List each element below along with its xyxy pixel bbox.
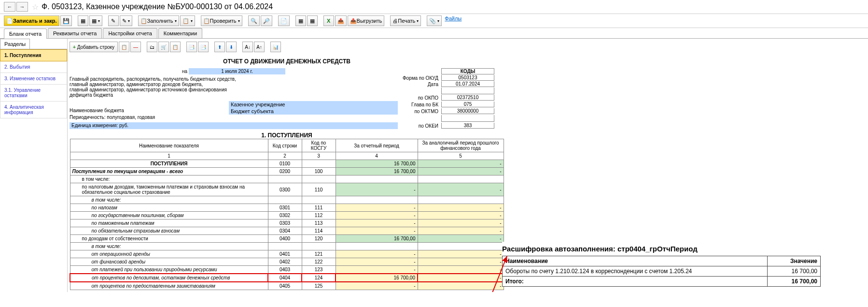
- nav-forward-button[interactable]: →: [16, 2, 28, 12]
- clear-button[interactable]: 📑: [198, 42, 209, 52]
- okpo-value: 02372510: [441, 95, 494, 101]
- edit-button[interactable]: ✎: [108, 15, 119, 26]
- report-toolbar: +Добавить строку 📋 — 🗂 🛒 📋 📑 📑 ⬆ ⬇ A↓ A↑: [70, 41, 866, 55]
- main-toolbar: 📄 Записать и закр. 💾 ▦ ▦▾ ✎ ✎▾ 📋 Заполни…: [0, 14, 868, 28]
- table-row[interactable]: в том числе:: [70, 243, 504, 250]
- tool-c-button[interactable]: ▦: [307, 15, 318, 26]
- table-row[interactable]: от финансовой аренды0402122--: [70, 258, 504, 266]
- unit-label: Единица измерения: руб.: [70, 122, 398, 129]
- report-document: ОТЧЕТ О ДВИЖЕНИИ ДЕНЕЖНЫХ СРЕДСТВ на 1 и…: [70, 58, 504, 290]
- save-close-button[interactable]: 📄 Записать и закр.: [4, 15, 59, 26]
- table-row[interactable]: от процентов по депозитам, остаткам дене…: [70, 274, 504, 282]
- fill-button[interactable]: 📋 Заполнить▾: [138, 15, 179, 26]
- favorite-icon[interactable]: ☆: [32, 2, 39, 12]
- table-row[interactable]: по доходам от собственности040012016 700…: [70, 235, 504, 243]
- cart-button[interactable]: 🛒: [158, 42, 169, 52]
- main-admin-text: Главный распорядитель, распорядитель, по…: [70, 76, 398, 98]
- popup-title: Расшифровка автозаполнения: стр0404_грОт…: [502, 245, 821, 253]
- table-row[interactable]: ПОСТУПЛЕНИЯ010016 700,00-: [70, 160, 504, 168]
- filter-button[interactable]: 🗂: [147, 42, 157, 52]
- main-tabs: Бланк отчета Реквизиты отчета Настройки …: [0, 28, 868, 39]
- institution-name: Казенное учреждение: [229, 101, 398, 108]
- tool-a-button[interactable]: 📄: [278, 15, 290, 26]
- export-2-button[interactable]: 📤: [335, 15, 347, 26]
- excel-button[interactable]: X: [323, 15, 334, 26]
- table-row[interactable]: по государственным пошлинам, сборам03021…: [70, 212, 504, 219]
- upload-button[interactable]: 📤 Выгрузить: [348, 15, 385, 26]
- title-bar: ← → ☆ Ф. 0503123, Казенное учреждение №Б…: [0, 0, 868, 14]
- oktmo-value: 38000000: [441, 108, 494, 114]
- table-row[interactable]: по таможенным платежам0303113--: [70, 219, 504, 227]
- check-button[interactable]: 📋 Проверить▾: [201, 15, 242, 26]
- glava-value: 075: [441, 102, 494, 107]
- popup-row-name: Обороты по счету 1.210.02.124 в корреспо…: [503, 266, 768, 277]
- fill-extra-button[interactable]: 📋▾: [180, 15, 195, 26]
- edit-dd-button[interactable]: ✎▾: [120, 15, 132, 26]
- table-row[interactable]: Поступления по текущим операциям - всего…: [70, 168, 504, 175]
- page-title: Ф. 0503123, Казенное учреждение №БУ00-00…: [42, 2, 273, 11]
- save-button[interactable]: 💾: [60, 15, 72, 26]
- table-row[interactable]: в том числе:: [70, 175, 504, 183]
- sort-za-button[interactable]: A↑: [254, 42, 265, 52]
- sections-panel: Разделы 1. Поступления2. Выбытия3. Измен…: [0, 39, 68, 292]
- add-row-button[interactable]: +Добавить строку: [70, 42, 118, 52]
- tool-b-button[interactable]: ▦: [295, 15, 306, 26]
- date-value: 01.07.2024: [441, 81, 494, 87]
- tab-requisites[interactable]: Реквизиты отчета: [48, 28, 102, 38]
- table-row[interactable]: по налогам0301111--: [70, 204, 504, 212]
- zoom-in-button[interactable]: 🔍: [248, 15, 260, 26]
- section-caption: 1. ПОСТУПЛЕНИЯ: [70, 132, 504, 139]
- table-row[interactable]: в том числе:: [70, 196, 504, 204]
- okei-value: 383: [441, 123, 494, 129]
- tab-blank[interactable]: Бланк отчета: [4, 29, 47, 39]
- sections-tab[interactable]: Разделы: [0, 39, 30, 49]
- report-title: ОТЧЕТ О ДВИЖЕНИИ ДЕНЕЖНЫХ СРЕДСТВ: [70, 58, 504, 65]
- popup-row-value: 16 700,00: [768, 266, 821, 277]
- budget-name: Бюджет субъекта: [229, 108, 398, 115]
- okud-value: 0503123: [441, 75, 494, 81]
- table-row[interactable]: от операционной аренды0401121--: [70, 250, 504, 258]
- pick-button[interactable]: 📑: [186, 42, 197, 52]
- list-button[interactable]: 📋: [170, 42, 181, 52]
- move-down-button[interactable]: ⬇: [226, 42, 237, 52]
- data-table[interactable]: Наименование показателя Код строки Код п…: [70, 139, 504, 290]
- tab-settings[interactable]: Настройки отчета: [103, 28, 157, 38]
- grid-dd-button[interactable]: ▦▾: [89, 15, 102, 26]
- autofill-popup: Расшифровка автозаполнения: стр0404_грОт…: [502, 242, 821, 287]
- section-item[interactable]: 2. Выбытия: [0, 61, 67, 73]
- copy-row-button[interactable]: 📋: [119, 42, 129, 52]
- zoom-out-button[interactable]: 🔎: [261, 15, 272, 26]
- move-up-button[interactable]: ⬆: [214, 42, 225, 52]
- delete-row-button[interactable]: —: [130, 42, 141, 52]
- files-link[interactable]: Файлы: [445, 15, 462, 26]
- nav-back-button[interactable]: ←: [4, 2, 15, 12]
- section-item[interactable]: 3.1. Управление остатками: [0, 85, 67, 102]
- table-row[interactable]: по налоговым доходам, таможенным платежа…: [70, 183, 504, 196]
- extra-button[interactable]: 📊: [270, 42, 281, 52]
- section-item[interactable]: 3. Изменение остатков: [0, 73, 67, 85]
- print-button[interactable]: 🖨 Печать▾: [390, 15, 421, 26]
- popup-total-value: 16 700,00: [768, 277, 821, 287]
- table-row[interactable]: от процентов по предоставленным заимство…: [70, 282, 504, 290]
- sort-az-button[interactable]: A↓: [242, 42, 253, 52]
- section-item[interactable]: 1. Поступления: [0, 49, 67, 61]
- grid-button[interactable]: ▦: [78, 15, 88, 26]
- report-date: 1 июля 2024 г.: [189, 68, 285, 74]
- tab-comments[interactable]: Комментарии: [158, 28, 202, 38]
- table-row[interactable]: по обязательным страховым взносам0304114…: [70, 227, 504, 235]
- section-item[interactable]: 4. Аналитическая информация: [0, 102, 67, 118]
- attach-button[interactable]: 📎▾: [427, 15, 442, 26]
- kody-header: КОДЫ: [441, 68, 494, 74]
- table-row[interactable]: от платежей при пользовании природными р…: [70, 266, 504, 274]
